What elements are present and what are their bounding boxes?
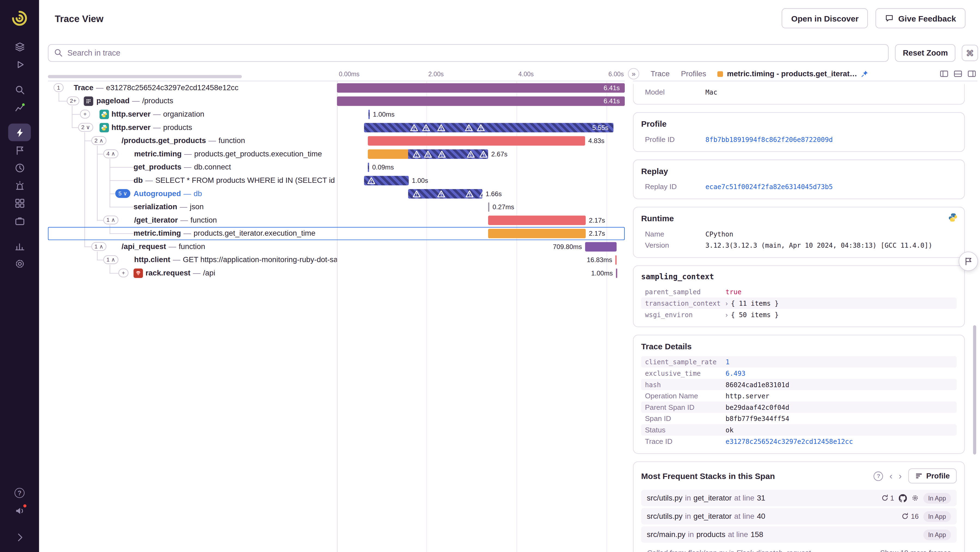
span-row[interactable]: 4 ∧metric.timing—products.get_products.e… bbox=[48, 147, 625, 161]
nav-traces[interactable] bbox=[8, 123, 31, 141]
warning-triangle-icon[interactable] bbox=[466, 190, 474, 198]
span-row-selected[interactable]: metric.timing—products.get_iterator.exec… bbox=[48, 227, 625, 240]
nav-insights[interactable] bbox=[8, 98, 31, 116]
span-row[interactable]: 2 ∨http.server—products5.55s bbox=[48, 121, 625, 134]
warning-triangle-icon[interactable] bbox=[465, 123, 473, 132]
expand-sidebar-button[interactable] bbox=[8, 528, 31, 546]
warning-triangle-icon[interactable] bbox=[437, 123, 445, 132]
span-toggle-badge[interactable]: 1 ∧ bbox=[91, 242, 107, 250]
nav-crons[interactable] bbox=[8, 159, 31, 177]
nav-explore[interactable] bbox=[8, 81, 31, 98]
expand-chevron-icon[interactable]: › bbox=[725, 300, 728, 307]
nav-dashboards[interactable] bbox=[8, 194, 31, 212]
expand-chevron-icon[interactable]: › bbox=[725, 311, 728, 319]
next-stack-button[interactable]: › bbox=[899, 472, 902, 480]
show-more-frames-link[interactable]: Show 19 more frames bbox=[880, 549, 951, 552]
span-row[interactable]: +rack.request—/api1.00ms bbox=[48, 267, 625, 280]
span-toggle-badge[interactable]: 1 ∧ bbox=[103, 255, 118, 264]
span-row[interactable]: +http.server—organization1.00ms bbox=[48, 108, 625, 121]
stack-frame-row[interactable]: src/utils.pyinget_iteratorat line40 16 I… bbox=[641, 508, 956, 525]
span-toggle-badge[interactable]: + bbox=[80, 110, 90, 118]
span-toggle-badge[interactable]: 1 bbox=[54, 83, 64, 92]
span-toggle-badge[interactable]: 2 ∨ bbox=[78, 123, 93, 132]
span-row[interactable]: 1Trace—e31278c256524c3297e2cd12458e12cc6… bbox=[48, 81, 625, 94]
warning-triangle-icon[interactable] bbox=[477, 123, 485, 132]
span-bar[interactable] bbox=[368, 163, 369, 172]
nav-settings[interactable] bbox=[8, 255, 31, 273]
search-input[interactable] bbox=[48, 44, 889, 62]
span-row[interactable]: 2 ∧/products.get_products—function4.83s bbox=[48, 134, 625, 148]
span-bar[interactable] bbox=[408, 189, 482, 199]
replay-id-link[interactable]: ecae7c51f0024f2fa82e6314045d73b5 bbox=[705, 183, 833, 190]
span-row[interactable]: 1 ∧/get_iterator—function2.17s bbox=[48, 214, 625, 227]
span-row[interactable]: 2+pageload—/products6.41s bbox=[48, 94, 625, 108]
span-toggle-badge[interactable]: 1 ∧ bbox=[103, 215, 118, 224]
profile-id-link[interactable]: 8fb7bb1891994f8c862f206e8722009d bbox=[705, 136, 833, 143]
nav-replays[interactable] bbox=[8, 56, 31, 73]
pin-icon[interactable] bbox=[861, 70, 869, 78]
nav-issues[interactable] bbox=[8, 38, 31, 56]
warning-triangle-icon[interactable] bbox=[412, 190, 421, 198]
nav-alerts[interactable] bbox=[8, 177, 31, 194]
github-icon[interactable] bbox=[899, 494, 907, 502]
span-bar[interactable] bbox=[488, 203, 490, 212]
span-row[interactable]: 1 ∧/api_request—function709.80ms bbox=[48, 240, 625, 254]
layout-right-icon[interactable] bbox=[967, 69, 976, 78]
stack-frame-row[interactable]: src/utils.pyinget_iteratorat line31 1 In… bbox=[641, 490, 956, 506]
span-row[interactable]: 1 ∧http.client—GET https://application-m… bbox=[48, 254, 625, 267]
shortcut-button[interactable]: ⌘ bbox=[962, 45, 978, 61]
span-row[interactable]: db—SELECT * FROM products WHERE id IN (S… bbox=[48, 174, 625, 187]
span-bar[interactable] bbox=[488, 215, 586, 225]
span-bar[interactable] bbox=[615, 255, 617, 265]
whats-new-button[interactable] bbox=[8, 502, 31, 520]
trace-id-link[interactable]: e31278c256524c3297e2cd12458e12cc bbox=[725, 437, 853, 445]
tab-trace[interactable]: Trace bbox=[651, 69, 670, 78]
collapse-panel-button[interactable]: » bbox=[628, 68, 640, 80]
warning-triangle-icon[interactable] bbox=[367, 177, 375, 185]
stack-frame-row[interactable]: src/main.pyinproductsat line158 In App bbox=[641, 526, 956, 543]
span-toggle-badge[interactable]: 4 ∧ bbox=[103, 149, 118, 158]
give-feedback-button[interactable]: Give Feedback bbox=[875, 8, 965, 28]
span-bar[interactable] bbox=[368, 110, 370, 119]
help-icon[interactable]: ? bbox=[874, 471, 883, 480]
open-in-discover-button[interactable]: Open in Discover bbox=[782, 8, 868, 28]
layout-bottom-icon[interactable] bbox=[954, 69, 962, 78]
span-row[interactable]: 5 ∨Autogrouped—db1.66s bbox=[48, 187, 625, 201]
layout-left-icon[interactable] bbox=[940, 69, 948, 78]
span-bar[interactable] bbox=[337, 96, 625, 106]
span-bar[interactable] bbox=[364, 123, 613, 132]
span-toggle-badge[interactable]: + bbox=[118, 269, 129, 278]
tab-span-details[interactable]: metric.timing - products.get_iterat… bbox=[718, 69, 869, 78]
span-toggle-badge[interactable]: 2 ∧ bbox=[91, 136, 107, 145]
nav-stats[interactable] bbox=[8, 237, 31, 255]
tab-profiles[interactable]: Profiles bbox=[681, 69, 706, 78]
warning-triangle-icon[interactable] bbox=[422, 123, 430, 132]
autogroup-badge[interactable]: 5 ∨ bbox=[115, 189, 130, 198]
span-bar[interactable] bbox=[616, 269, 617, 278]
settings-icon[interactable] bbox=[911, 494, 919, 502]
span-bar[interactable] bbox=[368, 149, 488, 159]
warning-triangle-icon[interactable] bbox=[424, 150, 432, 158]
prev-stack-button[interactable]: ‹ bbox=[889, 472, 892, 480]
warning-triangle-icon[interactable] bbox=[438, 150, 446, 158]
profile-button[interactable]: Profile bbox=[908, 468, 956, 483]
warning-triangle-icon[interactable] bbox=[437, 190, 445, 198]
span-row[interactable]: get_products—db.connect0.09ms bbox=[48, 161, 625, 174]
reset-zoom-button[interactable]: Reset Zoom bbox=[895, 44, 956, 62]
warning-triangle-icon[interactable] bbox=[410, 123, 418, 132]
span-bar[interactable] bbox=[364, 176, 409, 185]
span-bar[interactable] bbox=[488, 229, 586, 238]
nav-releases[interactable] bbox=[8, 141, 31, 159]
help-button[interactable]: ? bbox=[8, 484, 31, 502]
span-bar[interactable] bbox=[585, 242, 617, 252]
span-bar[interactable] bbox=[337, 83, 625, 93]
details-scroll-area[interactable]: ModelMac Profile Profile ID8fb7bb1891994… bbox=[633, 81, 978, 552]
span-toggle-badge[interactable]: 2+ bbox=[67, 96, 80, 105]
sentry-logo-icon[interactable] bbox=[10, 9, 29, 27]
horizontal-scrollbar[interactable] bbox=[48, 75, 242, 78]
span-row[interactable]: serialization—json0.27ms bbox=[48, 201, 625, 214]
warning-triangle-icon[interactable] bbox=[479, 150, 488, 158]
warning-triangle-icon[interactable] bbox=[412, 150, 421, 158]
span-bar[interactable] bbox=[368, 136, 585, 146]
nav-projects[interactable] bbox=[8, 212, 31, 230]
